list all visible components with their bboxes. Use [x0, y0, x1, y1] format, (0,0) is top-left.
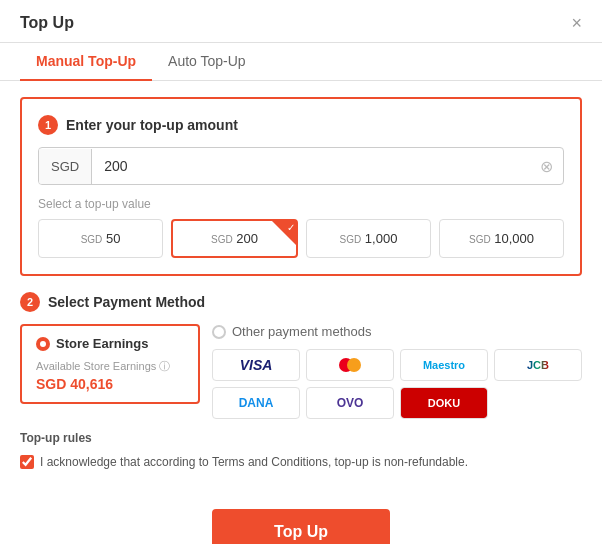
other-payment-option: Other payment methods VISA [212, 324, 582, 419]
store-earnings-option[interactable]: Store Earnings Available Store Earnings … [20, 324, 200, 404]
available-amount: SGD 40,616 [36, 376, 184, 392]
preset-amounts: SGD 50 SGD 200 SGD 1,000 SGD 10,000 [38, 219, 564, 258]
modal-footer: Top Up [0, 499, 602, 544]
jcb-icon-box: JCB [494, 349, 582, 381]
select-label: Select a top-up value [38, 197, 564, 211]
maestro-icon-box: Maestro [400, 349, 488, 381]
section2-header: 2 Select Payment Method [20, 292, 582, 312]
store-earnings-radio [36, 337, 50, 351]
tabs-container: Manual Top-Up Auto Top-Up [0, 43, 602, 81]
amount-input[interactable] [92, 148, 530, 184]
amount-input-row: SGD ⊗ [38, 147, 564, 185]
tab-manual-topup[interactable]: Manual Top-Up [20, 43, 152, 81]
close-button[interactable]: × [571, 14, 582, 42]
section-payment: 2 Select Payment Method Store Earnings A… [20, 292, 582, 419]
tnc-label: I acknowledge that according to Terms an… [40, 455, 468, 469]
jcb-icon: JCB [527, 359, 549, 371]
ovo-icon: OVO [337, 396, 364, 410]
topup-button[interactable]: Top Up [212, 509, 390, 544]
dana-icon: DANA [239, 396, 274, 410]
preset-200[interactable]: SGD 200 [171, 219, 298, 258]
available-label: Available Store Earnings ⓘ [36, 359, 184, 374]
modal-container: Top Up × Manual Top-Up Auto Top-Up 1 Ent… [0, 0, 602, 544]
other-label[interactable]: Other payment methods [212, 324, 582, 339]
doku-icon-box: DOKU [400, 387, 488, 419]
store-earnings-label: Store Earnings [36, 336, 184, 351]
tab-auto-topup[interactable]: Auto Top-Up [152, 43, 262, 81]
step2-circle: 2 [20, 292, 40, 312]
section-enter-amount: 1 Enter your top-up amount SGD ⊗ Select … [20, 97, 582, 276]
currency-label: SGD [39, 149, 92, 184]
section1-title: Enter your top-up amount [66, 117, 238, 133]
preset-10000[interactable]: SGD 10,000 [439, 219, 564, 258]
preset-50[interactable]: SGD 50 [38, 219, 163, 258]
section1-header: 1 Enter your top-up amount [38, 115, 564, 135]
maestro-icon: Maestro [423, 359, 465, 371]
modal-body: 1 Enter your top-up amount SGD ⊗ Select … [0, 81, 602, 499]
other-payment-radio [212, 325, 226, 339]
section2-title: Select Payment Method [48, 294, 205, 310]
checkbox-row: I acknowledge that according to Terms an… [20, 455, 582, 469]
info-icon: ⓘ [159, 360, 170, 372]
doku-icon: DOKU [401, 388, 487, 418]
topup-rules-label: Top-up rules [20, 431, 582, 445]
modal-title: Top Up [20, 14, 74, 42]
modal-header: Top Up × [0, 0, 602, 43]
clear-amount-button[interactable]: ⊗ [530, 157, 563, 176]
payment-methods: Store Earnings Available Store Earnings … [20, 324, 582, 419]
mastercard-icon [339, 358, 361, 372]
payment-icons-grid: VISA Maestro JCB [212, 349, 582, 419]
visa-icon: VISA [240, 357, 273, 373]
step1-circle: 1 [38, 115, 58, 135]
tnc-checkbox[interactable] [20, 455, 34, 469]
visa-icon-box: VISA [212, 349, 300, 381]
preset-1000[interactable]: SGD 1,000 [306, 219, 431, 258]
mastercard-icon-box [306, 349, 394, 381]
dana-icon-box: DANA [212, 387, 300, 419]
ovo-icon-box: OVO [306, 387, 394, 419]
